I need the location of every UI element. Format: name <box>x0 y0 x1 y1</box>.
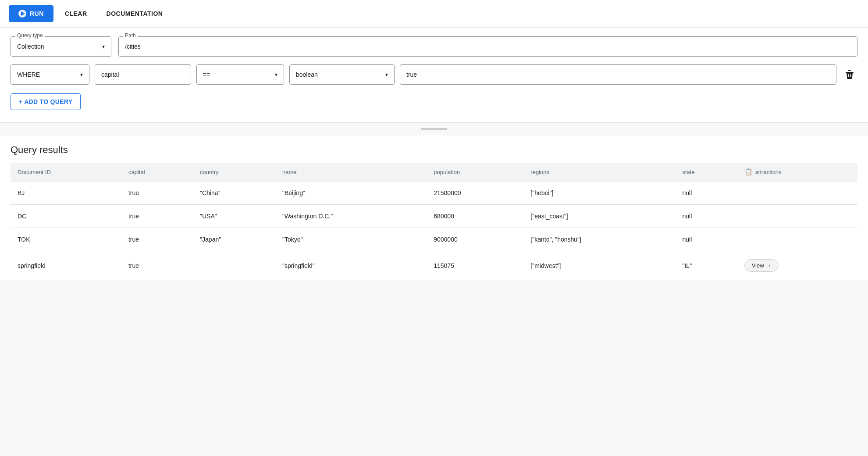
divider-area <box>0 123 868 135</box>
col-header-country: country <box>193 163 275 182</box>
attractions-doc-icon: 📋 <box>744 168 753 176</box>
cell-capital: true <box>121 228 193 251</box>
col-header-doc-id: Document ID <box>11 163 121 182</box>
cell-name: "springfield" <box>275 251 427 280</box>
cell-country: "China" <box>193 182 275 205</box>
col-header-attractions: 📋 attractions <box>737 163 857 182</box>
field-input-wrapper <box>95 64 191 85</box>
table-row: TOKtrue"Japan""Tokyo"9000000["kanto", "h… <box>11 228 857 251</box>
cell-state: "IL" <box>676 251 737 280</box>
attractions-label: attractions <box>755 169 782 175</box>
type-select[interactable]: boolean string number null timestamp <box>290 65 394 84</box>
cell-regions: ["hebei"] <box>523 182 675 205</box>
results-section: Query results Document ID capital countr… <box>0 135 868 280</box>
add-to-query-button[interactable]: + ADD TO QUERY <box>11 93 81 110</box>
divider-handle[interactable] <box>421 128 447 130</box>
trash-icon <box>845 70 854 79</box>
operator-select[interactable]: == != < <= > >= array-contains in <box>197 65 284 84</box>
cell-regions: ["midwest"] <box>523 251 675 280</box>
cell-capital: true <box>121 205 193 228</box>
cell-doc-id: BJ <box>11 182 121 205</box>
type-group: boolean string number null timestamp ▼ <box>289 64 395 85</box>
run-button[interactable]: RUN <box>9 5 53 22</box>
documentation-button[interactable]: DOCUMENTATION <box>99 6 171 21</box>
col-header-name: name <box>275 163 427 182</box>
clear-button[interactable]: CLEAR <box>57 6 95 21</box>
add-to-query-label: + ADD TO QUERY <box>19 98 72 105</box>
path-legend: Path <box>123 32 138 39</box>
cell-state: null <box>676 205 737 228</box>
cell-population: 680000 <box>427 205 523 228</box>
results-title: Query results <box>11 135 857 163</box>
cell-name: "Washington D.C." <box>275 205 427 228</box>
cell-attractions: View → <box>737 251 857 280</box>
cell-attractions <box>737 182 857 205</box>
field-input[interactable] <box>95 64 191 85</box>
value-input-wrapper <box>400 64 836 85</box>
toolbar: RUN CLEAR DOCUMENTATION <box>0 0 868 28</box>
cell-country: "Japan" <box>193 228 275 251</box>
view-button[interactable]: View → <box>744 259 779 272</box>
cell-population: 9000000 <box>427 228 523 251</box>
col-header-regions: regions <box>523 163 675 182</box>
cell-regions: ["east_coast"] <box>523 205 675 228</box>
table-header-row: Document ID capital country name populat… <box>11 163 857 182</box>
cell-state: null <box>676 228 737 251</box>
where-select[interactable]: WHERE ORDER BY LIMIT <box>11 65 89 84</box>
cell-capital: true <box>121 182 193 205</box>
query-type-select[interactable]: Collection Collection Group <box>11 37 111 56</box>
operator-group: == != < <= > >= array-contains in ▼ <box>196 64 284 85</box>
cell-doc-id: DC <box>11 205 121 228</box>
col-header-state: state <box>676 163 737 182</box>
cell-doc-id: springfield <box>11 251 121 280</box>
cell-state: null <box>676 182 737 205</box>
query-row-2: WHERE ORDER BY LIMIT ▼ == != < <= > >= a… <box>11 64 857 85</box>
cell-population: 115075 <box>427 251 523 280</box>
cell-country <box>193 251 275 280</box>
cell-population: 21500000 <box>427 182 523 205</box>
cell-regions: ["kanto", "honshu"] <box>523 228 675 251</box>
value-input[interactable] <box>400 64 836 85</box>
cell-doc-id: TOK <box>11 228 121 251</box>
query-type-group: Query type Collection Collection Group ▼ <box>11 36 111 57</box>
cell-attractions <box>737 228 857 251</box>
query-builder: Query type Collection Collection Group ▼… <box>0 28 868 123</box>
path-input[interactable] <box>119 37 857 56</box>
play-icon <box>18 10 26 18</box>
cell-attractions <box>737 205 857 228</box>
table-row: BJtrue"China""Beijing"21500000["hebei"]n… <box>11 182 857 205</box>
svg-rect-1 <box>848 70 851 71</box>
svg-rect-2 <box>848 74 849 77</box>
cell-name: "Beijing" <box>275 182 427 205</box>
col-header-population: population <box>427 163 523 182</box>
delete-where-button[interactable] <box>842 66 857 83</box>
svg-rect-0 <box>846 72 854 73</box>
cell-name: "Tokyo" <box>275 228 427 251</box>
table-row: DCtrue"USA""Washington D.C."680000["east… <box>11 205 857 228</box>
path-group: Path <box>118 36 857 57</box>
cell-capital: true <box>121 251 193 280</box>
run-label: RUN <box>30 10 44 17</box>
query-row-1: Query type Collection Collection Group ▼… <box>11 36 857 57</box>
where-clause-group: WHERE ORDER BY LIMIT ▼ <box>11 64 89 85</box>
svg-rect-3 <box>850 74 851 77</box>
col-header-capital: capital <box>121 163 193 182</box>
cell-country: "USA" <box>193 205 275 228</box>
results-table: Document ID capital country name populat… <box>11 163 857 280</box>
table-row: springfieldtrue"springfield"115075["midw… <box>11 251 857 280</box>
